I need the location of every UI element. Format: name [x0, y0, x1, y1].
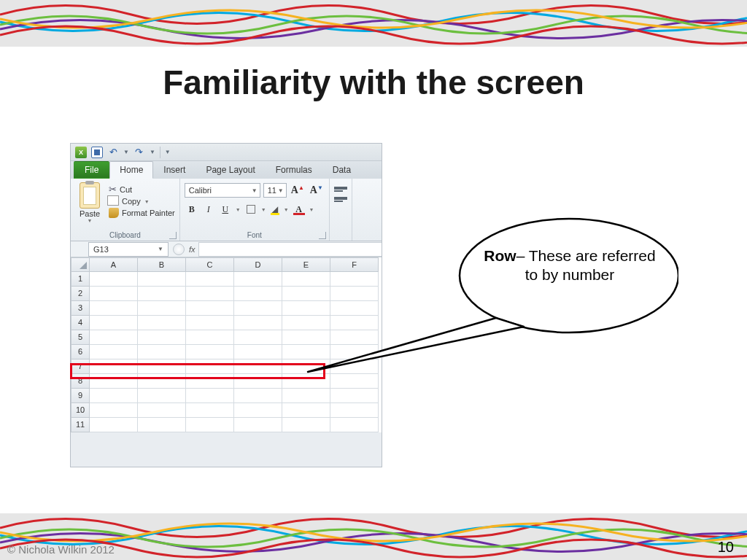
- copyright-text: © Nichola Wilkin 2012: [7, 543, 115, 556]
- paste-dropdown-icon[interactable]: ▼: [75, 218, 104, 223]
- tab-formulas[interactable]: Formulas: [266, 161, 322, 179]
- row-header[interactable]: 2: [71, 287, 90, 301]
- clipboard-dialog-launcher-icon[interactable]: [169, 232, 177, 239]
- border-icon: [247, 205, 255, 214]
- grow-font-button[interactable]: A▲: [290, 184, 306, 196]
- quick-access-toolbar: X ↶ ▼ ↷ ▼ ▼: [71, 144, 382, 161]
- row-header[interactable]: 3: [71, 301, 90, 316]
- page-number: 10: [718, 539, 734, 556]
- callout-label-rest: – These are referred to by number: [516, 247, 656, 283]
- name-box-value: G13: [93, 245, 109, 254]
- column-header[interactable]: D: [234, 257, 282, 272]
- slide-title: Familiarity with the screen: [0, 63, 747, 102]
- bold-button[interactable]: B: [185, 202, 199, 217]
- name-box[interactable]: G13▼: [88, 242, 169, 257]
- excel-app-icon: X: [75, 147, 87, 158]
- row-header[interactable]: 11: [71, 418, 90, 432]
- fx-icon[interactable]: fx: [189, 245, 196, 254]
- row-header[interactable]: 10: [71, 403, 90, 418]
- align-icon[interactable]: [334, 187, 347, 190]
- copy-label: Copy: [122, 197, 141, 206]
- tab-page-layout[interactable]: Page Layout: [196, 161, 265, 179]
- align-icon[interactable]: [334, 197, 347, 200]
- font-name-combo[interactable]: Calibri▼: [185, 183, 260, 198]
- chevron-down-icon: ▼: [158, 246, 163, 252]
- row-header[interactable]: 5: [71, 330, 90, 345]
- column-header[interactable]: C: [186, 257, 234, 272]
- paste-label: Paste: [75, 209, 104, 218]
- qat-customize-icon[interactable]: ▼: [165, 149, 171, 155]
- tab-data[interactable]: Data: [322, 161, 361, 179]
- font-size-value: 11: [268, 186, 276, 195]
- column-header[interactable]: B: [138, 257, 186, 272]
- underline-button[interactable]: U: [218, 202, 233, 217]
- tab-home[interactable]: Home: [109, 161, 153, 179]
- separator: [160, 147, 160, 158]
- borders-button[interactable]: [244, 202, 258, 217]
- cut-label: Cut: [120, 185, 132, 194]
- redo-dropdown-icon[interactable]: ▼: [150, 149, 155, 155]
- redo-icon[interactable]: ↷: [133, 147, 145, 158]
- column-header[interactable]: A: [90, 257, 138, 272]
- ribbon-tabs: File Home Insert Page Layout Formulas Da…: [71, 161, 382, 179]
- copy-dropdown-icon[interactable]: ▼: [144, 199, 150, 204]
- save-icon[interactable]: [91, 147, 103, 158]
- paste-button[interactable]: Paste ▼: [75, 181, 104, 239]
- callout-text: Row– These are referred to by number: [479, 246, 661, 285]
- fill-dropdown-icon[interactable]: ▼: [283, 207, 290, 212]
- copy-button[interactable]: Copy▼: [109, 197, 175, 206]
- italic-button[interactable]: I: [201, 202, 216, 217]
- clipboard-group-label: Clipboard: [71, 231, 179, 239]
- font-name-value: Calibri: [189, 186, 212, 195]
- decorative-waves-top: [0, 0, 747, 47]
- select-all-corner[interactable]: [71, 257, 90, 272]
- format-painter-button[interactable]: Format Painter: [109, 208, 175, 218]
- brush-icon: [109, 208, 119, 218]
- undo-dropdown-icon[interactable]: ▼: [123, 149, 129, 155]
- shrink-font-button[interactable]: A▼: [309, 184, 325, 196]
- row-highlight-annotation: [70, 363, 325, 379]
- tab-insert[interactable]: Insert: [153, 161, 196, 179]
- format-painter-label: Format Painter: [122, 209, 175, 217]
- row-header[interactable]: 1: [71, 272, 90, 287]
- fill-color-button[interactable]: ◢: [269, 202, 281, 217]
- chevron-down-icon: ▼: [278, 187, 284, 194]
- underline-dropdown-icon[interactable]: ▼: [235, 207, 241, 212]
- row-header[interactable]: 6: [71, 345, 90, 359]
- font-size-combo[interactable]: 11▼: [263, 183, 287, 198]
- chevron-down-icon: ▼: [252, 187, 258, 194]
- callout-label-bold: Row: [484, 247, 516, 264]
- undo-icon[interactable]: ↶: [107, 147, 119, 158]
- cancel-formula-icon[interactable]: [173, 244, 185, 255]
- scissors-icon: ✂: [109, 184, 117, 195]
- callout-bubble: Row– These are referred to by number: [299, 210, 678, 400]
- tab-file[interactable]: File: [74, 161, 109, 179]
- row-header[interactable]: 9: [71, 389, 90, 403]
- copy-icon: [109, 197, 119, 206]
- clipboard-icon: [80, 182, 100, 209]
- borders-dropdown-icon[interactable]: ▼: [260, 207, 267, 212]
- row-header[interactable]: 4: [71, 316, 90, 330]
- cut-button[interactable]: ✂Cut: [109, 184, 175, 195]
